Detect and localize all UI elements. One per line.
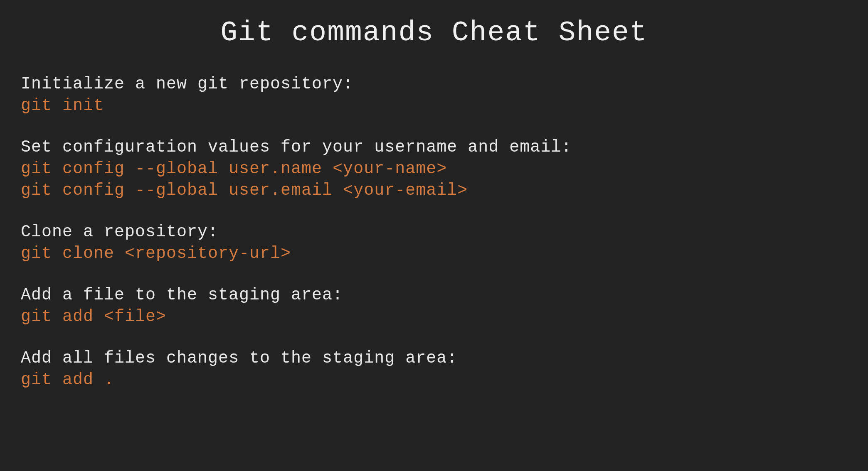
command-description: Initialize a new git repository: [21, 74, 847, 95]
command-text: git add <file> [21, 306, 847, 328]
command-section: Clone a repository: git clone <repositor… [21, 221, 847, 265]
command-text: git add . [21, 369, 847, 391]
command-description: Clone a repository: [21, 221, 847, 243]
command-text: git clone <repository-url> [21, 243, 847, 265]
command-section: Initialize a new git repository: git ini… [21, 74, 847, 117]
command-text: git config --global user.name <your-name… [21, 158, 847, 180]
command-section: Add all files changes to the staging are… [21, 348, 847, 391]
command-description: Set configuration values for your userna… [21, 137, 847, 158]
command-description: Add all files changes to the staging are… [21, 348, 847, 369]
page-title: Git commands Cheat Sheet [21, 17, 847, 49]
command-section: Add a file to the staging area: git add … [21, 285, 847, 328]
command-description: Add a file to the staging area: [21, 285, 847, 306]
command-text: git init [21, 95, 847, 117]
command-text: git config --global user.email <your-ema… [21, 180, 847, 201]
cheat-sheet-container: Git commands Cheat Sheet Initialize a ne… [0, 0, 868, 427]
command-section: Set configuration values for your userna… [21, 137, 847, 201]
